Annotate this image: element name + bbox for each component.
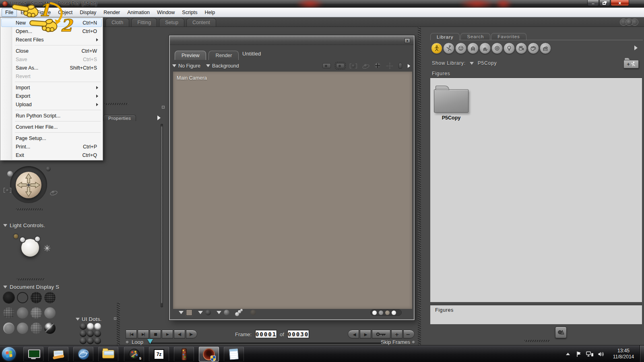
trackball-arrows-icon[interactable] xyxy=(16,172,41,198)
menu-help[interactable]: Help xyxy=(201,8,219,17)
camera-ball[interactable] xyxy=(46,167,51,171)
props-render-button[interactable] xyxy=(555,327,567,338)
mode-dot[interactable] xyxy=(379,311,383,315)
ui-dot-7[interactable] xyxy=(80,337,87,344)
panel-divider[interactable] xyxy=(16,208,43,210)
ui-dot-4[interactable] xyxy=(80,330,87,337)
panel-drag-strip[interactable] xyxy=(418,27,421,345)
menu-edit[interactable]: Edit xyxy=(17,8,33,17)
taskbar-web-browser-icon[interactable] xyxy=(73,347,93,362)
menu-animation[interactable]: Animation xyxy=(124,8,153,17)
play-button[interactable]: ▶ xyxy=(162,330,173,339)
add-to-library-button[interactable]: + xyxy=(623,58,639,68)
ui-dot-6[interactable] xyxy=(94,330,101,337)
mode-dot[interactable] xyxy=(392,311,396,315)
file-menu-item-new[interactable]: New Ctrl+N xyxy=(1,19,102,27)
file-menu-item-import[interactable]: Import xyxy=(1,83,102,92)
background-color-swatch[interactable] xyxy=(186,309,192,316)
hand-icon[interactable] xyxy=(398,63,402,69)
timeline-scrubber[interactable] xyxy=(147,339,153,344)
panel-expand-icon[interactable] xyxy=(157,115,161,120)
file-menu-item-recent-files[interactable]: Recent Files xyxy=(1,35,102,44)
shadow-color-ball[interactable] xyxy=(224,310,229,315)
taskbar-clock[interactable]: 13:45 11/8/2014 xyxy=(609,348,638,360)
style-sphere-lit-wireframe[interactable] xyxy=(3,307,14,319)
skip-frames-toggle[interactable] xyxy=(412,341,415,344)
properties-tab[interactable]: Properties xyxy=(103,115,136,121)
category-hands-icon[interactable] xyxy=(479,43,491,54)
go-first-frame-button[interactable]: |◀ xyxy=(126,330,137,339)
style-sphere-flat-shaded[interactable] xyxy=(17,307,28,319)
start-button[interactable] xyxy=(2,347,16,361)
camera-dolly-ball[interactable] xyxy=(7,171,13,177)
chevron-down-icon[interactable] xyxy=(179,311,184,314)
toolbar-more-icon[interactable] xyxy=(408,64,410,68)
frame-current-field[interactable]: 00001 xyxy=(255,330,277,338)
network-icon[interactable] xyxy=(586,351,594,357)
ui-dots-header[interactable]: UI Dots. xyxy=(76,316,101,322)
library-tab-library[interactable]: Library xyxy=(430,33,460,40)
taskbar-media-tower-icon[interactable] xyxy=(174,347,194,362)
next-keyframe-button[interactable]: ▶ xyxy=(360,330,371,339)
ui-dot-3[interactable] xyxy=(94,323,101,330)
style-sphere-cartoon[interactable] xyxy=(44,323,56,334)
light-sparkle-icon[interactable] xyxy=(43,245,51,252)
camera-icon[interactable] xyxy=(322,63,331,68)
panel-widget-box[interactable] xyxy=(162,106,165,109)
style-sphere-sketch-shaded[interactable] xyxy=(3,323,14,334)
tracking-ball[interactable] xyxy=(250,310,256,315)
action-center-flag-icon[interactable] xyxy=(576,351,582,358)
room-tab-content[interactable]: Content xyxy=(186,18,216,27)
category-cameras-icon[interactable] xyxy=(516,43,527,54)
add-keyframe-button[interactable]: + xyxy=(391,330,402,339)
category-expressions-icon[interactable] xyxy=(455,43,466,54)
volume-icon[interactable] xyxy=(598,351,605,357)
library-folder-item[interactable]: P5Copy xyxy=(434,85,469,121)
light-knob-1[interactable] xyxy=(13,233,19,239)
panel-widget-box[interactable] xyxy=(114,317,116,320)
scrollbar-handle[interactable] xyxy=(161,126,163,303)
menu-object[interactable]: Object xyxy=(54,8,76,17)
light-knob-3[interactable] xyxy=(34,236,41,242)
loop-toggle[interactable] xyxy=(126,341,129,344)
panel-resize-handle[interactable] xyxy=(524,340,549,342)
edit-keyframes-button[interactable] xyxy=(372,330,390,339)
ui-dot-9[interactable] xyxy=(94,337,101,344)
document-tab-render[interactable]: Render xyxy=(208,51,239,60)
style-sphere-smooth-lined[interactable] xyxy=(17,323,28,334)
ui-dot-2[interactable] xyxy=(87,323,94,330)
background-select-dropdown[interactable]: Background xyxy=(206,63,239,69)
mode-dot[interactable] xyxy=(385,311,390,315)
step-forward-button[interactable]: |▶ xyxy=(186,330,197,339)
category-props-icon[interactable] xyxy=(491,43,503,54)
category-poses-icon[interactable] xyxy=(443,43,454,54)
style-sphere-outline[interactable] xyxy=(17,292,28,303)
library-expand-icon[interactable] xyxy=(634,45,638,50)
category-materials-icon[interactable] xyxy=(528,43,539,54)
document-tab-preview[interactable]: Preview xyxy=(175,51,206,60)
menu-file[interactable]: File xyxy=(2,8,17,17)
file-menu-item-close[interactable]: Close Ctrl+W xyxy=(1,47,102,55)
foreground-color-ball[interactable] xyxy=(205,310,211,315)
taskbar-7zip-icon[interactable]: 7z xyxy=(149,347,169,362)
taskbar-poser-icon[interactable] xyxy=(199,347,219,362)
close-button[interactable]: x xyxy=(611,0,629,6)
library-tab-search[interactable]: Search xyxy=(460,33,490,40)
menu-window[interactable]: Window xyxy=(153,8,178,17)
figure-select-dropdown[interactable]: No Figure xyxy=(172,63,200,69)
file-menu-item-page-setup[interactable]: Page Setup... xyxy=(1,134,102,142)
chevron-down-icon[interactable] xyxy=(470,62,474,65)
file-menu-item-export[interactable]: Export xyxy=(1,92,102,100)
panel-divider[interactable] xyxy=(105,103,128,105)
restore-button[interactable] xyxy=(599,0,610,6)
style-sphere-wireframe[interactable] xyxy=(31,292,42,303)
depth-cue-icon[interactable] xyxy=(235,309,245,316)
light-controls-header[interactable]: Light Controls. xyxy=(3,222,45,228)
taskbar-system-monitor-icon[interactable] xyxy=(23,347,43,362)
trackball-icon[interactable] xyxy=(375,63,381,69)
3d-viewport[interactable]: Main Camera xyxy=(173,72,412,309)
document-drag-bar[interactable] xyxy=(170,36,414,45)
show-library-value[interactable]: P5Copy xyxy=(478,60,497,66)
document-close-button[interactable]: x xyxy=(405,38,410,43)
file-menu-item-exit[interactable]: Exit Ctrl+Q xyxy=(1,151,102,159)
